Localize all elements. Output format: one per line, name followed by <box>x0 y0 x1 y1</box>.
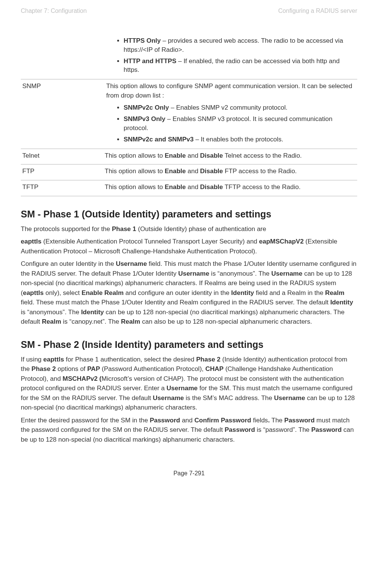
text-bold: Enable <box>165 168 186 175</box>
bullet-bold: SNMPv3 Only <box>124 115 166 123</box>
row-key: TFTP <box>21 180 103 196</box>
bullet-bold: SNMPv2c and SNMPv3 <box>124 136 194 143</box>
bullet-text: – Enables SNMP v2 community protocol. <box>169 104 287 111</box>
text-bold: Password <box>150 417 180 424</box>
text-bold: Realm <box>325 289 344 296</box>
text: This option allows to <box>105 168 165 175</box>
text: Configure an outer Identity in the <box>21 260 116 267</box>
text: Enter the desired password for the SM in… <box>21 417 150 424</box>
text-bold: Identity <box>81 309 104 316</box>
text: (Extensible Authentication Protocol Tunn… <box>42 238 259 245</box>
text: If using <box>21 356 43 363</box>
text-bold: Disable <box>200 183 223 191</box>
text-bold: Password <box>311 426 342 433</box>
text-bold: Identity <box>330 299 353 306</box>
text: This option allows to <box>105 152 165 159</box>
text-bold: Realm <box>42 318 61 325</box>
row-desc: This option allows to Enable and Disable… <box>103 164 357 180</box>
row-key: SNMP <box>21 79 103 149</box>
text: for Phase 1 authentication, select the d… <box>64 356 196 363</box>
text: The protocols supported for the <box>21 225 112 233</box>
phase1-p2: eapttls (Extensible Authentication Proto… <box>21 237 357 256</box>
text: FTP access to the Radio. <box>223 168 297 175</box>
text: and <box>180 417 194 424</box>
text-bold: Realm <box>121 318 140 325</box>
list-item: SNMPv2c and SNMPv3 – It enables both the… <box>124 133 356 145</box>
phase2-p2: Enter the desired password for the SM in… <box>21 416 357 445</box>
table-row: Telnet This option allows to Enable and … <box>21 149 357 164</box>
text-bold: Enable Realm <box>82 289 124 296</box>
row-desc: This option allows to configure SNMP age… <box>103 79 357 149</box>
phase1-p3: Configure an outer Identity in the Usern… <box>21 259 357 327</box>
text-bold: eapMSChapV2 <box>259 238 304 245</box>
text: This option allows to <box>105 183 165 191</box>
text: is “anonymous”. The <box>209 270 271 277</box>
text: field and a Realm in the <box>254 289 325 296</box>
text-bold: eapttls <box>43 356 64 363</box>
row-desc: This option allows to Enable and Disable… <box>103 149 357 164</box>
config-table: HTTPS Only – provides a secured web acce… <box>21 31 357 196</box>
text-bold: Phase 2 <box>196 356 220 363</box>
text-bold: Disable <box>200 152 223 159</box>
list-item: SNMPv3 Only – Enables SNMP v3 protocol. … <box>124 113 356 133</box>
text-bold: Confirm Password <box>194 417 251 424</box>
bullet-text: – It enables both the protocols. <box>194 136 283 143</box>
page: Chapter 7: Configuration Configuring a R… <box>0 0 378 588</box>
text-bold: Phase 2 <box>31 365 56 372</box>
page-header: Chapter 7: Configuration Configuring a R… <box>21 8 357 14</box>
text: is “anonymous”. The <box>21 309 81 316</box>
text-bold: Username <box>274 394 305 402</box>
text-bold: Username <box>116 260 147 267</box>
page-footer: Page 7-291 <box>21 447 357 486</box>
text: and configure an outer identity in the <box>124 289 231 296</box>
text-bold: Password <box>225 426 255 433</box>
text-bold: Enable <box>165 152 186 159</box>
text: (Outside Identity) phase of authenticati… <box>136 225 266 233</box>
row-key: FTP <box>21 164 103 180</box>
text: is “canopy.net”. The <box>61 318 121 325</box>
bullet-list: HTTPS Only – provides a secured web acce… <box>105 35 356 75</box>
text-bold: Username <box>271 270 302 277</box>
table-row: TFTP This option allows to Enable and Di… <box>21 180 357 196</box>
phase2-heading: SM - Phase 2 (Inside Identity) parameter… <box>21 339 357 350</box>
text: only), select <box>43 289 81 296</box>
text: (Password Authentication Protocol), <box>100 365 206 372</box>
text: is the SM’s MAC address. The <box>184 394 274 402</box>
row-desc: HTTPS Only – provides a secured web acce… <box>103 31 357 79</box>
list-item: HTTPS Only – provides a secured web acce… <box>124 35 356 55</box>
text-bold: Phase 1 <box>112 225 136 233</box>
text-bold: Enable <box>165 183 186 191</box>
text-bold: CHAP <box>205 365 223 372</box>
text: The <box>270 417 284 424</box>
text: is “password”. The <box>255 426 311 433</box>
list-item: SNMPv2c Only – Enables SNMP v2 community… <box>124 102 356 113</box>
text: fields <box>251 417 268 424</box>
table-row: FTP This option allows to Enable and Dis… <box>21 164 357 180</box>
bullet-bold: SNMPv2c Only <box>124 104 169 111</box>
text: TFTP access to the Radio. <box>223 183 301 191</box>
table-row: HTTPS Only – provides a secured web acce… <box>21 31 357 79</box>
header-right: Configuring a RADIUS server <box>278 8 357 14</box>
text-bold: eapttls <box>21 238 42 245</box>
text-bold: MSCHAPv2 ( <box>63 375 102 382</box>
row-key: Telnet <box>21 149 103 164</box>
text: options of <box>56 365 87 372</box>
phase1-heading: SM - Phase 1 (Outside Identity) paramete… <box>21 208 357 220</box>
text: and <box>186 168 200 175</box>
bullet-bold: HTTPS Only <box>124 37 161 44</box>
row-intro: This option allows to configure SNMP age… <box>105 82 356 100</box>
text: Telnet access to the Radio. <box>223 152 302 159</box>
list-item: HTTP and HTTPS – If enabled, the radio c… <box>124 55 356 76</box>
text: and <box>186 152 200 159</box>
header-left: Chapter 7: Configuration <box>21 8 87 14</box>
text: field. These must match the Phase 1/Oute… <box>21 299 330 306</box>
table-row: SNMP This option allows to configure SNM… <box>21 79 357 149</box>
text-bold: Username <box>178 270 209 277</box>
text: and <box>186 183 200 191</box>
text: can also be up to 128 non-special alphan… <box>140 318 312 325</box>
row-key <box>21 31 103 79</box>
row-desc: This option allows to Enable and Disable… <box>103 180 357 196</box>
text-bold: Identity <box>231 289 254 296</box>
text-bold: Disable <box>200 168 223 175</box>
bullet-list: SNMPv2c Only – Enables SNMP v2 community… <box>105 102 356 144</box>
